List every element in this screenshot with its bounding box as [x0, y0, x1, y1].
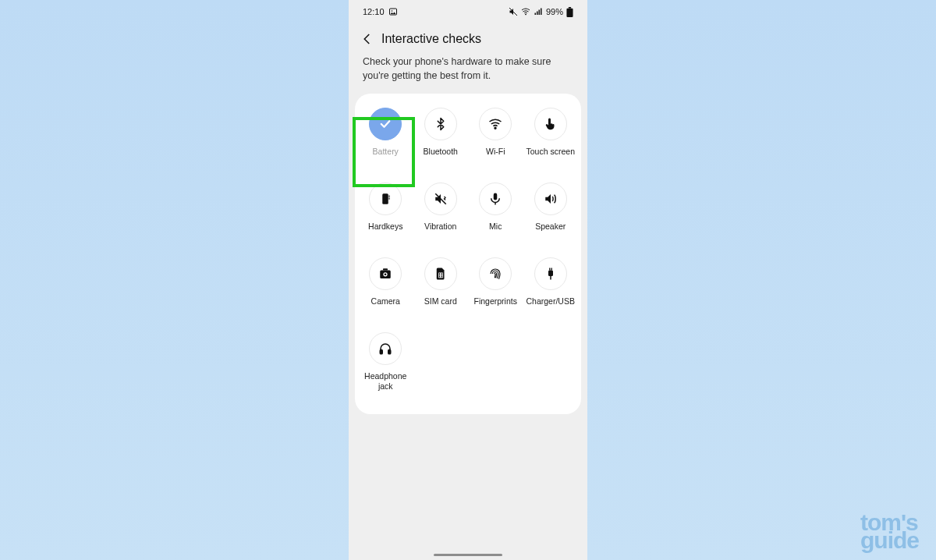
svg-rect-11: [383, 194, 389, 205]
svg-rect-30: [381, 350, 383, 354]
svg-rect-7: [541, 9, 542, 16]
checks-grid: Battery Bluetooth Wi-Fi: [358, 108, 578, 390]
check-label: SIM card: [424, 296, 457, 306]
check-icon: [369, 108, 402, 140]
check-headphone[interactable]: Headphone jack: [358, 332, 413, 390]
check-battery[interactable]: Battery: [358, 108, 413, 156]
status-clock: 12:10: [363, 7, 385, 16]
check-label: Touch screen: [526, 147, 575, 156]
check-label: Wi-Fi: [486, 147, 505, 156]
svg-rect-27: [549, 268, 550, 271]
check-touch[interactable]: Touch screen: [523, 108, 579, 156]
wifi-icon: [479, 108, 512, 140]
svg-point-19: [385, 274, 387, 276]
svg-point-1: [391, 10, 392, 12]
check-label: Fingerprints: [474, 296, 517, 306]
back-button[interactable]: [358, 30, 377, 48]
svg-rect-29: [550, 276, 551, 280]
svg-rect-13: [389, 198, 390, 200]
check-bluetooth[interactable]: Bluetooth: [413, 108, 469, 156]
svg-point-3: [525, 14, 526, 15]
camera-icon: [369, 257, 402, 290]
check-label: Speaker: [535, 222, 566, 231]
check-label: Charger/USB: [526, 296, 575, 306]
svg-rect-24: [439, 276, 441, 278]
svg-rect-20: [383, 269, 388, 271]
page-header: Interactive checks: [349, 23, 587, 53]
picture-icon: [388, 7, 398, 16]
svg-rect-12: [389, 196, 390, 197]
wifi-status-icon: [521, 7, 530, 16]
svg-rect-5: [537, 12, 538, 16]
svg-rect-28: [551, 268, 551, 271]
headphone-icon: [369, 332, 402, 365]
check-mic[interactable]: Mic: [468, 183, 523, 231]
vibration-icon: [424, 183, 457, 215]
svg-point-10: [495, 128, 496, 129]
page-title: Interactive checks: [381, 32, 481, 46]
sim-icon: [424, 257, 457, 290]
svg-rect-8: [569, 7, 571, 9]
touch-icon: [534, 108, 567, 140]
svg-rect-22: [439, 274, 441, 275]
status-bar: 12:10 99%: [349, 0, 587, 23]
home-indicator[interactable]: [434, 554, 502, 556]
check-hardkeys[interactable]: Hardkeys: [358, 183, 413, 231]
check-label: Mic: [489, 222, 502, 231]
svg-rect-23: [441, 274, 443, 275]
svg-rect-4: [534, 13, 536, 16]
check-sim[interactable]: SIM card: [413, 257, 469, 306]
check-charger[interactable]: Charger/USB: [523, 257, 579, 306]
checks-card: Battery Bluetooth Wi-Fi: [355, 94, 581, 413]
mute-icon: [509, 7, 518, 16]
watermark: tom's guide: [860, 514, 919, 549]
battery-status-icon: [566, 7, 573, 17]
phone-frame: 12:10 99%: [349, 0, 587, 560]
check-label: Bluetooth: [424, 147, 458, 156]
page-description: Check your phone's hardware to make sure…: [349, 53, 587, 94]
check-wifi[interactable]: Wi-Fi: [468, 108, 523, 156]
svg-rect-6: [538, 10, 540, 16]
check-label: Battery: [373, 147, 399, 156]
bluetooth-icon: [424, 108, 457, 140]
battery-pct: 99%: [546, 7, 563, 16]
check-label: Vibration: [424, 222, 456, 231]
check-vibration[interactable]: Vibration: [413, 183, 469, 231]
svg-rect-26: [548, 271, 553, 277]
check-speaker[interactable]: Speaker: [523, 183, 579, 231]
check-fingerprint[interactable]: Fingerprints: [468, 257, 523, 306]
charger-icon: [534, 257, 567, 290]
watermark-line2: guide: [860, 532, 919, 550]
fingerprint-icon: [479, 257, 512, 290]
mic-icon: [479, 183, 512, 215]
svg-rect-25: [441, 276, 443, 278]
check-label: Camera: [371, 296, 400, 306]
signal-icon: [534, 7, 543, 16]
speaker-icon: [534, 183, 567, 215]
svg-rect-9: [566, 8, 573, 16]
check-camera[interactable]: Camera: [358, 257, 413, 306]
check-label: Headphone jack: [360, 371, 410, 390]
svg-rect-31: [388, 350, 391, 354]
svg-rect-15: [494, 193, 498, 200]
check-label: Hardkeys: [368, 222, 402, 231]
hardkeys-icon: [369, 183, 402, 215]
